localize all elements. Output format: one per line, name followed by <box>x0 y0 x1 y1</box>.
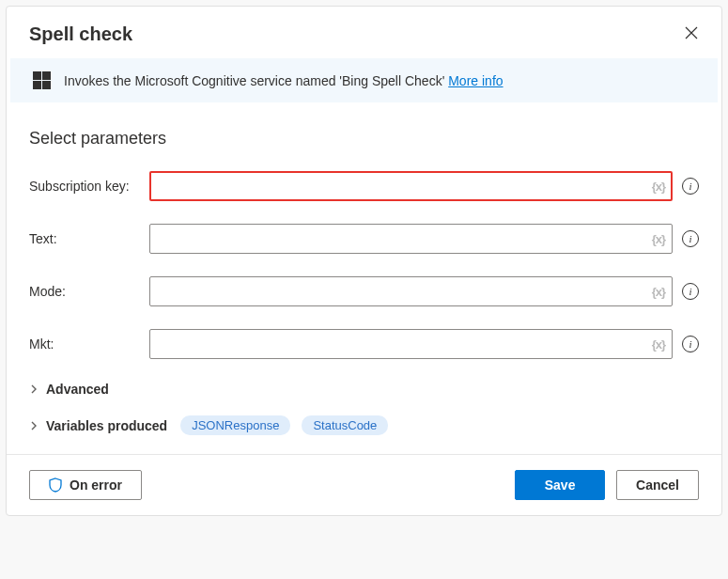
dialog-header: Spell check <box>7 7 721 58</box>
on-error-label: On error <box>70 477 122 493</box>
badge-status-code[interactable]: StatusCode <box>302 415 388 435</box>
expander-advanced[interactable]: Advanced <box>29 382 699 397</box>
variable-badges: JSONResponse StatusCode <box>180 415 388 435</box>
shield-icon <box>49 477 62 493</box>
field-subscription-key: Subscription key: {x} i <box>29 171 699 201</box>
label-text: Text: <box>29 231 149 246</box>
variable-picker-icon[interactable]: {x} <box>652 337 665 352</box>
field-text: Text: {x} i <box>29 224 699 254</box>
input-subscription-key[interactable] <box>149 171 673 201</box>
more-info-link[interactable]: More info <box>448 73 503 88</box>
chevron-right-icon <box>29 421 39 430</box>
save-button[interactable]: Save <box>515 470 605 500</box>
cancel-label: Cancel <box>636 477 679 493</box>
cancel-button[interactable]: Cancel <box>616 470 699 500</box>
variable-picker-icon[interactable]: {x} <box>652 232 665 246</box>
spell-check-dialog: Spell check Invokes the Microsoft Cognit… <box>6 6 722 516</box>
dialog-footer: On error Save Cancel <box>7 454 721 515</box>
save-label: Save <box>545 477 576 493</box>
variable-picker-icon[interactable]: {x} <box>652 180 665 194</box>
banner-text: Invokes the Microsoft Cognitive service … <box>64 73 503 88</box>
close-icon <box>684 29 699 43</box>
badge-json-response[interactable]: JSONResponse <box>180 415 290 435</box>
info-banner: Invokes the Microsoft Cognitive service … <box>10 58 718 102</box>
label-subscription-key: Subscription key: <box>29 179 149 194</box>
section-title: Select parameters <box>29 129 699 149</box>
dialog-title: Spell check <box>29 23 132 45</box>
chevron-right-icon <box>29 384 39 394</box>
banner-description: Invokes the Microsoft Cognitive service … <box>64 73 448 88</box>
microsoft-logo-icon <box>33 71 51 89</box>
label-mode: Mode: <box>29 284 149 299</box>
info-icon[interactable]: i <box>682 230 699 247</box>
input-mkt[interactable] <box>149 329 673 359</box>
expander-variables-produced[interactable]: Variables produced JSONResponse StatusCo… <box>29 415 699 435</box>
label-mkt: Mkt: <box>29 336 149 352</box>
field-mode: Mode: {x} i <box>29 276 699 306</box>
info-icon[interactable]: i <box>682 283 699 300</box>
input-wrap-subscription-key: {x} <box>149 171 673 201</box>
on-error-button[interactable]: On error <box>29 470 142 500</box>
expander-advanced-label: Advanced <box>46 382 109 397</box>
input-wrap-text: {x} <box>149 224 673 254</box>
input-wrap-mode: {x} <box>149 276 673 306</box>
variable-picker-icon[interactable]: {x} <box>652 285 665 299</box>
expander-variables-label: Variables produced <box>46 418 167 433</box>
input-wrap-mkt: {x} <box>149 329 673 359</box>
info-icon[interactable]: i <box>682 178 699 195</box>
close-button[interactable] <box>680 22 703 47</box>
info-icon[interactable]: i <box>682 336 699 352</box>
field-mkt: Mkt: {x} i <box>29 329 699 359</box>
input-text[interactable] <box>149 224 673 254</box>
input-mode[interactable] <box>149 276 673 306</box>
dialog-body: Select parameters Subscription key: {x} … <box>7 102 721 454</box>
